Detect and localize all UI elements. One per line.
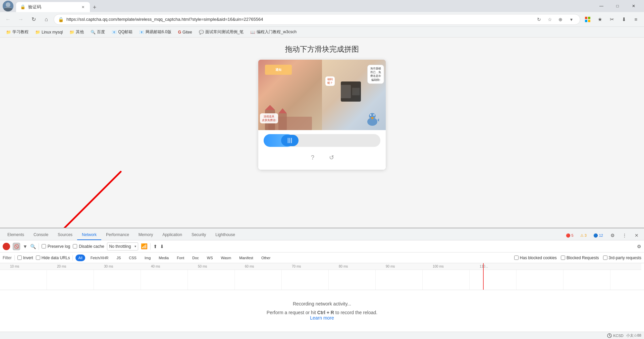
empty-state-suffix: to record the reload. <box>334 310 377 315</box>
back-button[interactable]: ← <box>3 14 13 25</box>
svg-line-20 <box>44 172 121 228</box>
help-button[interactable]: ? <box>307 152 318 163</box>
hide-data-urls-text: Hide data URLs <box>42 256 70 260</box>
profile-picture <box>3 1 13 11</box>
svg-point-16 <box>370 114 371 116</box>
reload-page-button[interactable]: ↻ <box>534 15 544 24</box>
blocked-requests-checkbox[interactable] <box>561 256 565 260</box>
network-settings-button[interactable]: ⚙ <box>637 244 641 249</box>
filter-btn-img[interactable]: Img <box>142 255 153 261</box>
microsoft-apps-button[interactable] <box>582 14 593 25</box>
devtools-right-controls: 🔴 5 ⚠ 3 🔵 12 ⚙ ⋮ ✕ <box>564 231 642 240</box>
third-party-checkbox[interactable] <box>603 256 607 260</box>
slider-line-2 <box>289 138 290 143</box>
learn-more-link[interactable]: Learn more <box>310 315 334 321</box>
disable-cache-checkbox[interactable] <box>73 244 77 248</box>
wifi-icon[interactable]: 📶 <box>141 243 148 249</box>
slider-remaining <box>294 134 380 147</box>
tab-security[interactable]: Security <box>187 230 211 240</box>
tick-30ms: 30 ms <box>104 265 113 268</box>
forward-button[interactable]: → <box>15 14 26 25</box>
tab-sources[interactable]: Sources <box>53 230 77 240</box>
filter-btn-manifest[interactable]: Manifest <box>236 255 256 261</box>
bookmark-gitee[interactable]: G Gitee <box>175 29 195 36</box>
blocked-requests-label[interactable]: Blocked Requests <box>561 256 599 260</box>
has-blocked-cookies-label[interactable]: Has blocked cookies <box>514 256 557 260</box>
filter-btn-media[interactable]: Media <box>156 255 171 261</box>
invert-label[interactable]: Invert <box>17 256 33 260</box>
bookmark-button[interactable]: ☆ <box>545 15 554 24</box>
disable-cache-text: Disable cache <box>79 244 104 249</box>
filter-btn-fetch-xhr[interactable]: Fetch/XHR <box>88 255 111 261</box>
filter-btn-css[interactable]: CSS <box>126 255 139 261</box>
bookmark-163-mail[interactable]: 📧 网易邮箱6.0版 <box>137 28 174 36</box>
book-icon: 📖 <box>250 30 255 35</box>
bookmark-linux-mysql[interactable]: 📁 Linux mysql <box>33 29 65 36</box>
tab-elements[interactable]: Elements <box>3 230 29 240</box>
throttle-select[interactable]: No throttling Fast 3G Slow 3G <box>107 242 138 250</box>
minimize-button[interactable]: — <box>594 1 609 11</box>
bookmark-interview[interactable]: 💬 面试常问测试用例_笔 <box>196 28 247 36</box>
search-button[interactable]: 🔍 <box>30 244 36 249</box>
tab-application[interactable]: Application <box>158 230 187 240</box>
reload-button[interactable]: ↻ <box>28 14 39 25</box>
status-username: 小太☆88 <box>626 333 641 338</box>
disable-cache-label[interactable]: Disable cache <box>73 244 104 249</box>
filter-btn-ws[interactable]: WS <box>204 255 216 261</box>
third-party-label[interactable]: 3rd-party requests <box>603 256 641 260</box>
tick-60ms: 60 ms <box>245 265 254 268</box>
filter-btn-other[interactable]: Other <box>259 255 273 261</box>
devtools-settings-button[interactable]: ⚙ <box>608 231 617 240</box>
slider-line-1 <box>288 138 288 143</box>
block-requests-button[interactable]: 🚫 <box>13 243 20 250</box>
downloads-button[interactable]: ⬇ <box>619 14 629 25</box>
filter-btn-font[interactable]: Font <box>174 255 187 261</box>
folder-icon: 📁 <box>69 30 74 35</box>
filter-btn-all[interactable]: All <box>75 255 85 261</box>
svg-marker-19 <box>377 118 379 122</box>
refresh-button[interactable]: ↺ <box>326 152 337 163</box>
bookmark-label: Linux mysql <box>42 30 63 35</box>
export-har-button[interactable]: ⬇ <box>160 244 164 249</box>
maximize-button[interactable]: □ <box>610 1 625 11</box>
folder-icon: 📁 <box>35 30 40 35</box>
active-tab[interactable]: 🔒 验证码 ✕ <box>16 2 90 12</box>
hide-data-urls-checkbox[interactable] <box>36 256 40 260</box>
dropdown-button[interactable]: ▾ <box>567 15 576 24</box>
preserve-log-checkbox[interactable] <box>42 244 46 248</box>
extensions-button[interactable]: ✂ <box>606 14 617 25</box>
tab-network[interactable]: Network <box>77 230 101 240</box>
slider-handle[interactable] <box>281 135 299 146</box>
devtools-close-button[interactable]: ✕ <box>632 231 641 240</box>
has-blocked-cookies-checkbox[interactable] <box>514 256 519 260</box>
devtools-more-button[interactable]: ⋮ <box>620 231 629 240</box>
doc-icon: 💬 <box>199 30 204 35</box>
hide-data-urls-label[interactable]: Hide data URLs <box>36 256 70 260</box>
bookmark-baidu[interactable]: 🔍 百度 <box>88 28 108 36</box>
record-button[interactable] <box>3 243 10 250</box>
tab-lighthouse[interactable]: Lighthouse <box>211 230 240 240</box>
bookmark-qq-mail[interactable]: 📧 QQ邮箱 <box>109 28 135 36</box>
tab-performance[interactable]: Performance <box>101 230 134 240</box>
menu-button[interactable]: ≡ <box>631 14 641 25</box>
reading-mode-button[interactable]: ⊕ <box>556 15 565 24</box>
filter-btn-js[interactable]: JS <box>114 255 123 261</box>
filter-btn-doc[interactable]: Doc <box>190 255 202 261</box>
preserve-log-label[interactable]: Preserve log <box>42 244 70 249</box>
filter-btn-wasm[interactable]: Wasm <box>218 255 234 261</box>
tab-close-button[interactable]: ✕ <box>80 4 86 10</box>
home-button[interactable]: ⌂ <box>41 14 52 25</box>
bookmark-other[interactable]: 📁 其他 <box>67 28 87 36</box>
address-bar[interactable]: 🔒 https://ssl.captcha.qq.com/template/wi… <box>54 14 580 25</box>
tab-console[interactable]: Console <box>29 230 53 240</box>
invert-checkbox[interactable] <box>17 256 22 260</box>
tab-memory[interactable]: Memory <box>134 230 158 240</box>
new-tab-button[interactable]: + <box>90 3 99 12</box>
bookmark-w3cschool[interactable]: 📖 编程入门教程_w3csch <box>248 28 299 36</box>
import-har-button[interactable]: ⬆ <box>153 244 157 249</box>
filter-button[interactable]: ▼ <box>23 244 28 249</box>
close-button[interactable]: ✕ <box>626 1 641 11</box>
slider-track[interactable] <box>264 134 380 147</box>
favorites-button[interactable]: ★ <box>594 14 605 25</box>
bookmark-xuexijiaocheng[interactable]: 📁 学习教程 <box>3 28 31 36</box>
